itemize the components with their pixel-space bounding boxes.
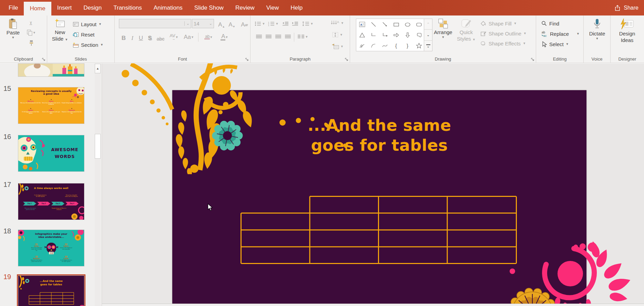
tab-insert[interactable]: Insert [51, 0, 78, 15]
select-button[interactable]: Select ▼ [541, 40, 569, 49]
shape-text-box[interactable]: A [356, 19, 368, 30]
shape-scribble[interactable] [356, 40, 368, 51]
tab-home[interactable]: Home [24, 2, 51, 15]
tab-review[interactable]: Review [229, 0, 260, 15]
drawing-dialog-launcher[interactable] [531, 57, 534, 61]
thumbnail-scrollbar-thumb[interactable] [95, 134, 101, 159]
align-text-button[interactable]: ▼ [328, 30, 346, 40]
thumbnail-scrollbar-up-button[interactable]: ▲ [95, 64, 101, 73]
copy-button[interactable]: ▼ [25, 29, 38, 37]
shape-elbow-arrow-connector[interactable] [379, 30, 390, 40]
shape-fill-button[interactable]: Shape Fill ▼ [480, 19, 517, 28]
shape-line[interactable] [368, 19, 379, 30]
shape-oval[interactable] [402, 19, 413, 30]
thumbnail-slide-18[interactable]: Infographics make your idea understable.… [18, 230, 84, 266]
increase-indent-button[interactable] [290, 20, 299, 28]
text-shadow-button[interactable]: S [146, 33, 154, 42]
thumbnail-slide-16[interactable]: AWESOME WORDS [18, 135, 84, 172]
shape-rectangle[interactable] [390, 19, 402, 30]
find-icon [541, 20, 547, 27]
bold-button[interactable]: B [120, 33, 128, 42]
arrange-button[interactable]: Arrange ▼ [432, 18, 454, 39]
underline-button[interactable]: U [137, 33, 145, 42]
clipboard-dialog-launcher[interactable] [42, 57, 45, 61]
section-button[interactable]: Section ▼ [73, 40, 103, 49]
shape-right-arrow[interactable] [390, 30, 402, 40]
tab-design[interactable]: Design [78, 0, 108, 15]
shape-arc[interactable] [368, 40, 379, 51]
italic-button[interactable]: I [129, 33, 136, 42]
shape-down-arrow[interactable] [402, 30, 413, 40]
numbering-button[interactable]: 123 ▼ [267, 20, 279, 28]
slide-19-editor[interactable]: ...And the same goes for tables [172, 90, 586, 304]
slide-title[interactable]: ...And the same goes for tables [172, 115, 586, 155]
new-slide-button[interactable]: New Slide ▼ [50, 18, 70, 42]
paragraph-dialog-launcher[interactable] [345, 57, 348, 61]
replace-button[interactable]: ab ac Replace ▼ [541, 29, 580, 38]
cut-button[interactable]: ✂ [26, 19, 36, 27]
columns-button[interactable]: ▼ [296, 33, 310, 41]
format-painter-button[interactable] [26, 39, 36, 47]
design-ideas-button[interactable]: Design Ideas [615, 18, 639, 44]
shape-effects-label: Shape Effects [489, 41, 521, 46]
thumbnail-slide-19-selected[interactable]: ...And the same goes for tables [18, 275, 84, 306]
slide-editing-canvas[interactable]: ...And the same goes for tables [102, 63, 644, 306]
font-dialog-launcher[interactable] [245, 57, 249, 61]
align-center-button[interactable] [264, 33, 273, 41]
text-direction-button[interactable]: A ▼ [328, 18, 346, 28]
shape-arrow[interactable] [379, 19, 390, 30]
align-left-button[interactable] [255, 33, 263, 41]
justify-button[interactable] [284, 33, 292, 41]
layout-button[interactable]: Layout ▼ [73, 20, 102, 29]
quick-styles-icon [460, 18, 472, 29]
shape-freeform[interactable] [413, 30, 425, 40]
paste-button[interactable]: Paste ▼ [3, 18, 23, 39]
tab-transitions[interactable]: Transitions [108, 0, 148, 15]
text-highlight-button[interactable]: ab ▼ [201, 33, 216, 42]
find-button[interactable]: Find [541, 19, 559, 28]
shape-triangle[interactable] [356, 30, 368, 40]
strikethrough-button[interactable]: abc [155, 33, 166, 42]
share-button[interactable]: Share [614, 0, 638, 15]
shapes-scroll-down-button[interactable]: ⌄ [424, 29, 432, 40]
thumbnail-slide-14-partial[interactable] [18, 63, 84, 77]
line-spacing-button[interactable]: ▼ [301, 20, 315, 28]
tab-view[interactable]: View [260, 0, 285, 15]
shape-curve[interactable] [379, 40, 390, 51]
slide-table[interactable] [241, 196, 517, 264]
font-name-combobox[interactable]: ⌄ [119, 19, 191, 28]
character-spacing-button[interactable]: AV↔ ▼ [167, 33, 181, 42]
dictate-button[interactable]: Dictate ▼ [587, 18, 607, 40]
decrease-font-size-button[interactable]: A▼ [227, 19, 237, 28]
font-color-button[interactable]: A ▼ [217, 33, 231, 42]
shape-outline-button[interactable]: Shape Outline ▼ [480, 29, 527, 38]
change-case-button[interactable]: Aa ▼ [182, 33, 195, 42]
decrease-indent-button[interactable] [281, 20, 290, 28]
thumbnail-scrollbar[interactable]: ▲ [95, 64, 101, 306]
convert-to-smartart-button[interactable]: ▼ [328, 42, 346, 51]
shape-elbow-connector[interactable] [368, 30, 379, 40]
shape-right-brace[interactable]: } [402, 40, 413, 51]
shape-rounded-rectangle[interactable] [413, 19, 425, 30]
thumbnail-slide-17[interactable]: A time always works well It's the bigges… [18, 183, 84, 220]
font-size-combobox[interactable]: 14 ⌄ [192, 19, 214, 28]
tab-slide-show[interactable]: Slide Show [188, 0, 229, 15]
thumbnail-19-title: ...And the same goes for tables [18, 279, 84, 286]
tab-animations[interactable]: Animations [148, 0, 188, 15]
quick-styles-button[interactable]: Quick Styles ▼ [456, 18, 477, 42]
align-right-button[interactable] [274, 33, 282, 41]
shapes-more-button[interactable]: ⌄ [424, 40, 432, 51]
increase-font-size-button[interactable]: A▲ [217, 19, 226, 28]
tab-file[interactable]: File [3, 0, 24, 15]
clear-formatting-button[interactable]: A [239, 19, 249, 28]
shape-effects-button[interactable]: Shape Effects ▼ [480, 39, 526, 48]
shape-star[interactable] [413, 40, 425, 51]
bullets-button[interactable]: ▼ [254, 20, 266, 28]
shapes-scroll-up-button[interactable]: ⌃ [424, 19, 432, 29]
thumbnail-slide-15[interactable]: Reviewing concepts is usually a good ide… [18, 87, 84, 124]
reset-button[interactable]: Reset [73, 30, 94, 39]
shape-left-brace[interactable]: { [390, 40, 402, 51]
pink-dot-ornament[interactable] [510, 268, 515, 274]
shape-outline-icon [480, 31, 487, 36]
tab-help[interactable]: Help [285, 0, 308, 15]
